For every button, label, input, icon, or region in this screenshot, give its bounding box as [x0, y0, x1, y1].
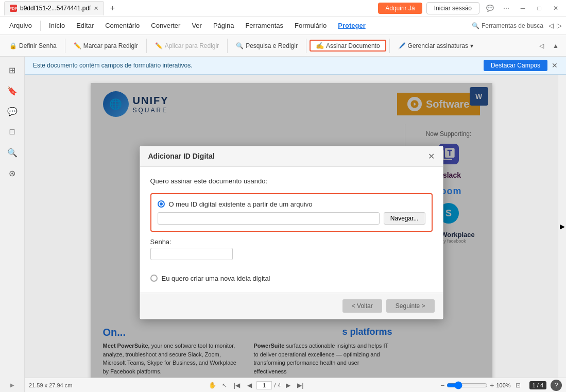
content-area: Este documento contém campos de formulár…	[25, 57, 566, 392]
define-password-button[interactable]: 🔒 Definir Senha	[4, 40, 62, 52]
mark-redact-button[interactable]: ✏️ Marcar para Redigir	[68, 40, 143, 52]
password-label: Senha:	[150, 238, 433, 246]
apply-redact-button[interactable]: ✏️ Aplicar para Redigir	[150, 40, 224, 52]
help-button[interactable]: ?	[551, 380, 562, 391]
search-redact-button[interactable]: 🔍 Pesquisa e Redigir	[231, 40, 303, 52]
manage-icon: 🖊️	[398, 42, 406, 49]
tab-close[interactable]: ✕	[94, 5, 98, 12]
menu-inicio[interactable]: Início	[44, 20, 70, 31]
sidebar-search[interactable]: 🔍	[3, 143, 22, 162]
zoom-level: 100%	[496, 382, 510, 388]
close-button[interactable]: ✕	[550, 2, 562, 14]
option2-label: Eu quero criar uma nova ideia digital	[162, 275, 270, 282]
menu-ferramentas[interactable]: Ferramentas	[240, 20, 288, 31]
signin-button[interactable]: Iniciar sessão	[426, 2, 479, 14]
right-expand-arrow[interactable]: ▶	[558, 75, 566, 378]
select-tool[interactable]: ↖	[219, 380, 230, 390]
tab-area: PDF b9ddf151-2...5474441.pdf ✕ +	[4, 1, 378, 15]
highlight-fields-button[interactable]: Destacar Campos	[484, 60, 547, 71]
add-digital-id-modal: Adicionar ID Digital ✕ Quero assinar est…	[140, 146, 443, 319]
sidebar-signature[interactable]: □	[3, 123, 22, 141]
info-bar: Este documento contém campos de formulár…	[25, 57, 566, 75]
separator	[146, 39, 147, 53]
sidebar-comment[interactable]: 💬	[3, 102, 22, 121]
minimize-button[interactable]: ─	[517, 2, 529, 14]
zoom-out-button[interactable]: −	[440, 381, 444, 389]
modal-body: Quero assinar este documento usando: O m…	[140, 167, 443, 293]
modal-question: Quero assinar este documento usando:	[150, 177, 433, 185]
last-page[interactable]: ▶|	[295, 380, 305, 390]
doc-scroll[interactable]: W 🌐 UNIFY SQUARE	[25, 75, 558, 378]
modal-close-button[interactable]: ✕	[428, 151, 435, 161]
separator	[227, 39, 228, 53]
pdf-tab[interactable]: PDF b9ddf151-2...5474441.pdf ✕	[4, 1, 104, 15]
chat-button[interactable]: 💬	[484, 2, 496, 14]
maximize-button[interactable]: □	[533, 2, 545, 14]
search-tools[interactable]: 🔍 Ferramentas de busca	[472, 22, 543, 29]
hand-tool[interactable]: ✋	[207, 380, 217, 390]
forward-arrow[interactable]: ▷	[557, 22, 562, 29]
option2-radio[interactable]	[150, 275, 158, 282]
next-page[interactable]: ▶	[283, 380, 293, 390]
menu-bar: Arquivo Início Editar Comentário Convert…	[0, 16, 566, 35]
title-bar: PDF b9ddf151-2...5474441.pdf ✕ + Adquiri…	[0, 0, 566, 16]
back-button[interactable]: < Voltar	[342, 299, 382, 313]
separator	[40, 21, 41, 31]
option1-radio[interactable]	[158, 200, 165, 208]
menu-ver[interactable]: Ver	[186, 20, 207, 31]
first-page[interactable]: |◀	[232, 380, 242, 390]
doc-page: W 🌐 UNIFY SQUARE	[91, 83, 492, 378]
nav-arrows: ◁ ▷	[548, 22, 562, 29]
more-button[interactable]: ⋯	[500, 2, 512, 14]
modal-footer: < Voltar Seguinte >	[140, 293, 443, 319]
acquire-button[interactable]: Adquirir Já	[378, 3, 422, 14]
fit-page-button[interactable]: ⊡	[513, 380, 523, 390]
back-arrow[interactable]: ◁	[548, 22, 554, 29]
zoom-slider[interactable]	[447, 381, 488, 389]
main-layout: ⊞ 🔖 💬 □ 🔍 ⊛ ▶ Este documento contém camp…	[0, 57, 566, 392]
new-tab-button[interactable]: +	[106, 2, 118, 14]
prev-page[interactable]: ◀	[244, 380, 254, 390]
next-button[interactable]: Seguinte >	[386, 299, 435, 313]
menu-proteger[interactable]: Proteger	[333, 20, 370, 31]
menu-comentario[interactable]: Comentário	[100, 20, 145, 31]
separator	[389, 39, 390, 53]
pdf-icon: PDF	[10, 5, 17, 12]
redact-icon: ✏️	[74, 42, 81, 49]
menu-editar[interactable]: Editar	[71, 20, 99, 31]
bottom-bar: 21.59 x 27.94 cm ✋ ↖ |◀ ◀ / 4 ▶ ▶| − + 1…	[25, 378, 566, 392]
menu-formulario[interactable]: Formulário	[289, 20, 332, 31]
browse-button[interactable]: Navegar...	[384, 212, 425, 225]
sign-doc-button[interactable]: ✍️ Assinar Documento	[310, 40, 386, 52]
sidebar-bookmark[interactable]: 🔖	[3, 81, 22, 100]
modal-header: Adicionar ID Digital ✕	[140, 146, 443, 167]
title-bar-actions: Adquirir Já Iniciar sessão 💬 ⋯ ─ □ ✕	[378, 2, 562, 14]
left-sidebar: ⊞ 🔖 💬 □ 🔍 ⊛ ▶	[0, 57, 25, 392]
toolbar-icon1[interactable]: ◁	[535, 40, 547, 52]
separator	[306, 39, 306, 53]
option1-row: O meu ID digital existente a partir de u…	[158, 200, 425, 208]
file-path-input[interactable]	[158, 212, 380, 225]
apply-icon: ✏️	[155, 42, 163, 49]
info-close-icon[interactable]: ✕	[552, 61, 558, 70]
sidebar-expand[interactable]: ▶	[10, 382, 14, 388]
zoom-in-button[interactable]: +	[490, 381, 494, 389]
menu-pagina[interactable]: Página	[208, 20, 239, 31]
manage-signatures-button[interactable]: 🖊️ Gerenciar assinaturas ▾	[393, 40, 478, 52]
page-separator: /	[274, 382, 276, 388]
menu-converter[interactable]: Converter	[146, 20, 185, 31]
toolbar-right: ◁ ▲	[535, 40, 562, 52]
option1-group: O meu ID digital existente a partir de u…	[150, 193, 433, 232]
sidebar-pages[interactable]: ⊞	[3, 61, 22, 79]
file-input-row: Navegar...	[158, 212, 425, 225]
modal-title: Adicionar ID Digital	[148, 152, 215, 160]
info-actions: Destacar Campos ✕	[484, 60, 558, 71]
menu-arquivo[interactable]: Arquivo	[4, 20, 37, 31]
password-input[interactable]	[150, 248, 233, 260]
sidebar-layers[interactable]: ⊛	[3, 164, 22, 182]
toolbar-icon2[interactable]: ▲	[550, 40, 562, 52]
password-section: Senha:	[150, 238, 433, 266]
zoom-controls: − + 100% ⊡	[440, 380, 523, 390]
page-number-input[interactable]	[256, 381, 272, 389]
search-redact-icon: 🔍	[236, 42, 244, 49]
